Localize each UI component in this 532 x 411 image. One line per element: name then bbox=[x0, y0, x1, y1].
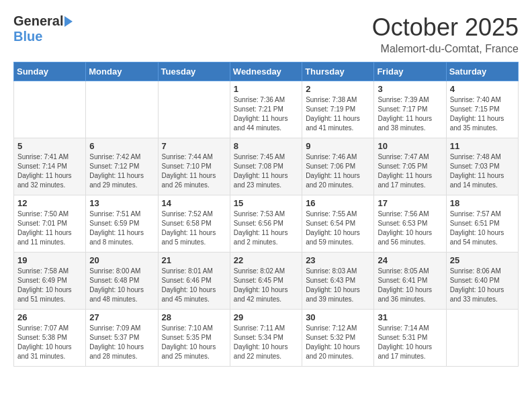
day-info: Sunrise: 7:52 AM Sunset: 6:58 PM Dayligh… bbox=[162, 210, 226, 247]
calendar-cell bbox=[86, 81, 158, 138]
day-number: 12 bbox=[17, 198, 82, 208]
calendar-week-row: 26Sunrise: 7:07 AM Sunset: 5:38 PM Dayli… bbox=[14, 310, 519, 367]
day-number: 31 bbox=[378, 312, 442, 322]
calendar-cell: 15Sunrise: 7:53 AM Sunset: 6:56 PM Dayli… bbox=[230, 195, 302, 253]
day-number: 19 bbox=[17, 255, 82, 265]
day-info: Sunrise: 7:39 AM Sunset: 7:17 PM Dayligh… bbox=[378, 95, 442, 133]
day-info: Sunrise: 7:07 AM Sunset: 5:38 PM Dayligh… bbox=[17, 324, 82, 361]
calendar-cell: 26Sunrise: 7:07 AM Sunset: 5:38 PM Dayli… bbox=[14, 310, 86, 367]
calendar-cell: 30Sunrise: 7:12 AM Sunset: 5:32 PM Dayli… bbox=[302, 310, 374, 367]
day-info: Sunrise: 7:47 AM Sunset: 7:05 PM Dayligh… bbox=[378, 152, 442, 190]
day-number: 29 bbox=[234, 312, 298, 322]
day-info: Sunrise: 7:46 AM Sunset: 7:06 PM Dayligh… bbox=[306, 152, 370, 190]
day-info: Sunrise: 7:12 AM Sunset: 5:32 PM Dayligh… bbox=[306, 324, 370, 361]
day-number: 23 bbox=[306, 255, 370, 265]
title-block: October 2025 Malemort-du-Comtat, France bbox=[372, 13, 519, 55]
location-title: Malemort-du-Comtat, France bbox=[372, 43, 519, 55]
calendar-cell: 7Sunrise: 7:44 AM Sunset: 7:10 PM Daylig… bbox=[158, 138, 230, 195]
day-number: 21 bbox=[162, 255, 226, 265]
day-number: 5 bbox=[17, 141, 82, 151]
calendar-cell: 27Sunrise: 7:09 AM Sunset: 5:37 PM Dayli… bbox=[86, 310, 158, 367]
day-number: 25 bbox=[450, 255, 515, 265]
day-info: Sunrise: 8:03 AM Sunset: 6:43 PM Dayligh… bbox=[306, 267, 370, 304]
calendar-cell: 16Sunrise: 7:55 AM Sunset: 6:54 PM Dayli… bbox=[302, 195, 374, 253]
calendar-header-row: SundayMondayTuesdayWednesdayThursdayFrid… bbox=[14, 62, 519, 81]
day-info: Sunrise: 7:51 AM Sunset: 6:59 PM Dayligh… bbox=[89, 210, 154, 247]
day-info: Sunrise: 7:40 AM Sunset: 7:15 PM Dayligh… bbox=[450, 95, 515, 133]
day-info: Sunrise: 7:50 AM Sunset: 7:01 PM Dayligh… bbox=[17, 210, 82, 247]
day-number: 24 bbox=[378, 255, 442, 265]
logo-general: General bbox=[13, 13, 63, 29]
day-info: Sunrise: 7:55 AM Sunset: 6:54 PM Dayligh… bbox=[306, 210, 370, 247]
calendar-cell: 14Sunrise: 7:52 AM Sunset: 6:58 PM Dayli… bbox=[158, 195, 230, 253]
calendar-cell: 8Sunrise: 7:45 AM Sunset: 7:08 PM Daylig… bbox=[230, 138, 302, 195]
day-number: 2 bbox=[306, 84, 370, 94]
day-number: 16 bbox=[306, 198, 370, 208]
day-number: 30 bbox=[306, 312, 370, 322]
day-number: 13 bbox=[89, 198, 154, 208]
calendar-cell: 28Sunrise: 7:10 AM Sunset: 5:35 PM Dayli… bbox=[158, 310, 230, 367]
day-number: 1 bbox=[234, 84, 298, 94]
day-info: Sunrise: 7:42 AM Sunset: 7:12 PM Dayligh… bbox=[89, 152, 154, 190]
day-number: 8 bbox=[234, 141, 298, 151]
calendar-cell: 3Sunrise: 7:39 AM Sunset: 7:17 PM Daylig… bbox=[374, 81, 446, 138]
day-number: 4 bbox=[450, 84, 515, 94]
day-info: Sunrise: 8:06 AM Sunset: 6:40 PM Dayligh… bbox=[450, 267, 515, 304]
day-number: 22 bbox=[234, 255, 298, 265]
day-of-week-header: Sunday bbox=[14, 62, 86, 81]
day-number: 27 bbox=[89, 312, 154, 322]
calendar-cell: 6Sunrise: 7:42 AM Sunset: 7:12 PM Daylig… bbox=[86, 138, 158, 195]
day-of-week-header: Monday bbox=[86, 62, 158, 81]
calendar-week-row: 1Sunrise: 7:36 AM Sunset: 7:21 PM Daylig… bbox=[14, 81, 519, 138]
logo-arrow-icon bbox=[64, 16, 73, 27]
calendar-cell: 18Sunrise: 7:57 AM Sunset: 6:51 PM Dayli… bbox=[446, 195, 518, 253]
day-number: 18 bbox=[450, 198, 515, 208]
day-of-week-header: Thursday bbox=[302, 62, 374, 81]
day-number: 7 bbox=[162, 141, 226, 151]
calendar-cell: 31Sunrise: 7:14 AM Sunset: 5:31 PM Dayli… bbox=[374, 310, 446, 367]
calendar-cell: 24Sunrise: 8:05 AM Sunset: 6:41 PM Dayli… bbox=[374, 253, 446, 310]
day-info: Sunrise: 7:09 AM Sunset: 5:37 PM Dayligh… bbox=[89, 324, 154, 361]
day-number: 15 bbox=[234, 198, 298, 208]
calendar-cell: 17Sunrise: 7:56 AM Sunset: 6:53 PM Dayli… bbox=[374, 195, 446, 253]
day-info: Sunrise: 7:14 AM Sunset: 5:31 PM Dayligh… bbox=[378, 324, 442, 361]
calendar-cell: 2Sunrise: 7:38 AM Sunset: 7:19 PM Daylig… bbox=[302, 81, 374, 138]
calendar-cell: 20Sunrise: 8:00 AM Sunset: 6:48 PM Dayli… bbox=[86, 253, 158, 310]
day-number: 26 bbox=[17, 312, 82, 322]
day-of-week-header: Wednesday bbox=[230, 62, 302, 81]
day-info: Sunrise: 7:57 AM Sunset: 6:51 PM Dayligh… bbox=[450, 210, 515, 247]
day-number: 6 bbox=[89, 141, 154, 151]
day-number: 10 bbox=[378, 141, 442, 151]
month-title: October 2025 bbox=[372, 13, 519, 42]
day-info: Sunrise: 7:44 AM Sunset: 7:10 PM Dayligh… bbox=[162, 152, 226, 190]
day-of-week-header: Saturday bbox=[446, 62, 518, 81]
calendar-cell: 29Sunrise: 7:11 AM Sunset: 5:34 PM Dayli… bbox=[230, 310, 302, 367]
day-info: Sunrise: 7:48 AM Sunset: 7:03 PM Dayligh… bbox=[450, 152, 515, 190]
day-info: Sunrise: 7:41 AM Sunset: 7:14 PM Dayligh… bbox=[17, 152, 82, 190]
calendar-week-row: 12Sunrise: 7:50 AM Sunset: 7:01 PM Dayli… bbox=[14, 195, 519, 253]
day-info: Sunrise: 7:10 AM Sunset: 5:35 PM Dayligh… bbox=[162, 324, 226, 361]
day-of-week-header: Friday bbox=[374, 62, 446, 81]
calendar-cell: 22Sunrise: 8:02 AM Sunset: 6:45 PM Dayli… bbox=[230, 253, 302, 310]
day-number: 20 bbox=[89, 255, 154, 265]
calendar-cell: 25Sunrise: 8:06 AM Sunset: 6:40 PM Dayli… bbox=[446, 253, 518, 310]
day-info: Sunrise: 8:01 AM Sunset: 6:46 PM Dayligh… bbox=[162, 267, 226, 304]
calendar-cell bbox=[158, 81, 230, 138]
day-info: Sunrise: 7:56 AM Sunset: 6:53 PM Dayligh… bbox=[378, 210, 442, 247]
day-info: Sunrise: 8:02 AM Sunset: 6:45 PM Dayligh… bbox=[234, 267, 298, 304]
calendar-cell: 10Sunrise: 7:47 AM Sunset: 7:05 PM Dayli… bbox=[374, 138, 446, 195]
calendar-cell: 9Sunrise: 7:46 AM Sunset: 7:06 PM Daylig… bbox=[302, 138, 374, 195]
day-number: 28 bbox=[162, 312, 226, 322]
day-of-week-header: Tuesday bbox=[158, 62, 230, 81]
day-info: Sunrise: 7:53 AM Sunset: 6:56 PM Dayligh… bbox=[234, 210, 298, 247]
day-number: 17 bbox=[378, 198, 442, 208]
day-info: Sunrise: 7:45 AM Sunset: 7:08 PM Dayligh… bbox=[234, 152, 298, 190]
day-info: Sunrise: 8:05 AM Sunset: 6:41 PM Dayligh… bbox=[378, 267, 442, 304]
calendar-cell: 13Sunrise: 7:51 AM Sunset: 6:59 PM Dayli… bbox=[86, 195, 158, 253]
day-info: Sunrise: 8:00 AM Sunset: 6:48 PM Dayligh… bbox=[89, 267, 154, 304]
calendar-cell: 19Sunrise: 7:58 AM Sunset: 6:49 PM Dayli… bbox=[14, 253, 86, 310]
logo: General Blue bbox=[13, 13, 73, 44]
day-info: Sunrise: 7:58 AM Sunset: 6:49 PM Dayligh… bbox=[17, 267, 82, 304]
day-number: 14 bbox=[162, 198, 226, 208]
calendar-cell bbox=[14, 81, 86, 138]
